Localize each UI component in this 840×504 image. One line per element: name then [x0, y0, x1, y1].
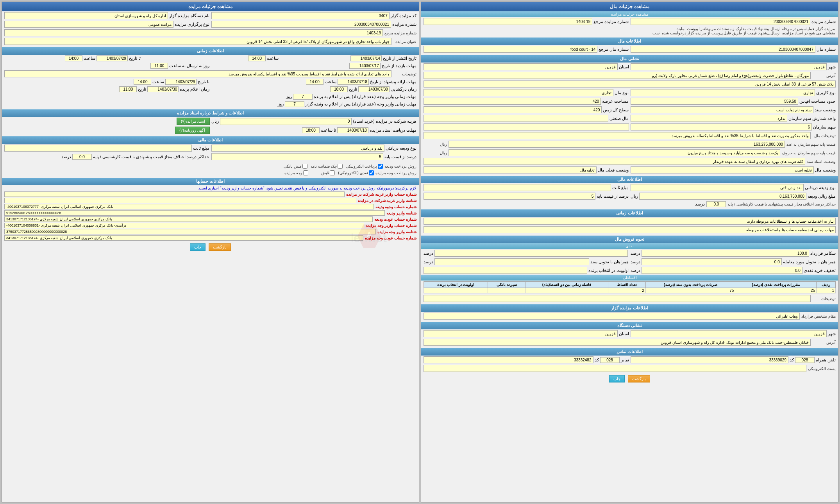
show-date-from-input[interactable]	[338, 79, 369, 85]
block-input[interactable]	[424, 80, 836, 88]
park-time-input[interactable]	[330, 86, 348, 92]
fixed-amount-input[interactable]	[424, 184, 611, 191]
send-time-input[interactable]	[150, 63, 168, 69]
account-value-5[interactable]	[4, 216, 373, 222]
area-approx-input[interactable]	[631, 98, 798, 105]
base-percent-input[interactable]	[424, 193, 595, 200]
send-date-input[interactable]	[349, 63, 381, 69]
empty-input[interactable]	[424, 123, 629, 130]
contract-days-input[interactable]	[293, 94, 313, 100]
electronic-check[interactable]	[378, 164, 383, 169]
desc-input[interactable]	[424, 295, 811, 302]
announce-time-input[interactable]	[119, 86, 137, 92]
address-input[interactable]	[424, 72, 811, 79]
email-input[interactable]	[424, 365, 806, 372]
right-discount-input[interactable]	[72, 154, 92, 160]
entity-input[interactable]	[631, 115, 787, 122]
city-input[interactable]	[631, 63, 827, 70]
time-notes-input[interactable]	[4, 70, 391, 77]
status-input[interactable]	[631, 106, 813, 113]
info-text: مزایده گزار عملیاسیس در مرحله ارسال پیشن…	[421, 26, 838, 36]
unit-type-input[interactable]	[424, 89, 613, 96]
area-approx-col: حدود مساحت اقیاس	[631, 98, 836, 105]
show-time-to-input[interactable]	[134, 79, 151, 85]
cash-percent-input[interactable]	[642, 250, 809, 257]
industry-input[interactable]	[424, 115, 608, 122]
check-check[interactable]	[338, 164, 343, 169]
left-back-button[interactable]: بازگشت	[628, 375, 650, 382]
discount2-input[interactable]	[642, 267, 802, 274]
pub-time-to-input[interactable]	[65, 55, 82, 61]
contract-days2-input[interactable]	[285, 101, 304, 107]
right-auction-num-input[interactable]	[211, 21, 391, 28]
show-date-to-input[interactable]	[165, 79, 197, 85]
org-address-input[interactable]	[424, 339, 811, 346]
province-input[interactable]	[424, 63, 618, 70]
time-note2-input[interactable]	[424, 226, 836, 233]
auction-ref-input[interactable]	[424, 18, 592, 25]
land-area-input[interactable]	[424, 106, 602, 113]
right-base-input[interactable]	[211, 153, 383, 160]
fax-input[interactable]	[424, 356, 593, 363]
org-city-input[interactable]	[631, 330, 827, 337]
auction-code-input[interactable]	[211, 12, 390, 19]
property-ref-input[interactable]	[424, 46, 597, 53]
draft-radio[interactable]	[330, 170, 335, 175]
voucher-radio[interactable]	[303, 170, 308, 175]
right-ref-input[interactable]	[4, 29, 383, 36]
left-print-button[interactable]: چاپ	[609, 375, 625, 382]
org-state-input[interactable]	[424, 330, 618, 337]
account-value-3[interactable]	[4, 204, 374, 209]
snd-input[interactable]	[424, 158, 805, 165]
auction-docs-button[interactable]: اسناد مزایده(۷)	[177, 118, 209, 125]
partner-input[interactable]	[642, 258, 782, 265]
installment-percent-input[interactable]	[434, 250, 628, 257]
deposit-amount-input[interactable]	[639, 193, 806, 200]
deposit-type-input[interactable]	[631, 184, 804, 191]
bank-slip-check[interactable]	[302, 164, 307, 169]
fin-status-input[interactable]	[631, 166, 814, 173]
doc-time-input[interactable]	[302, 127, 320, 133]
appraiser-input[interactable]	[424, 313, 800, 320]
phone-input[interactable]	[631, 356, 788, 363]
account-value-1[interactable]	[4, 191, 345, 197]
announce-date-input[interactable]	[147, 86, 179, 92]
show-time-from-input[interactable]	[306, 79, 323, 85]
pub-date-to-input[interactable]	[97, 55, 128, 61]
account-value-8[interactable]	[4, 235, 363, 241]
discount-input[interactable]	[706, 201, 726, 207]
auction-title-input[interactable]	[4, 38, 391, 45]
org-share-input[interactable]	[631, 123, 812, 130]
account-value-2[interactable]	[4, 198, 356, 203]
auction-type-input[interactable]	[4, 21, 173, 28]
account-value-4[interactable]	[4, 210, 385, 216]
right-deposit-type-input[interactable]	[211, 145, 384, 152]
property-number-input[interactable]	[631, 46, 815, 53]
org-name-input[interactable]	[4, 12, 168, 19]
partner2-input[interactable]	[434, 258, 589, 265]
floor-area-input[interactable]	[424, 98, 601, 105]
notes-input[interactable]	[424, 132, 811, 139]
share-value-input[interactable]	[449, 141, 785, 148]
phone-code-input[interactable]	[795, 357, 815, 363]
auction-number-input[interactable]	[631, 18, 810, 25]
right-print-button[interactable]: چاپ	[190, 243, 206, 251]
account-label-6: شماره حساب وازیر وجه مزایده	[366, 223, 416, 228]
priority-input[interactable]	[424, 267, 587, 274]
right-fixed-input[interactable]	[4, 145, 192, 152]
pub-date-from-input[interactable]	[350, 55, 382, 61]
cash-radio[interactable]	[369, 170, 374, 175]
account-value-7[interactable]	[4, 229, 376, 234]
time-note1-input[interactable]	[424, 218, 836, 225]
park-date-input[interactable]	[358, 86, 390, 92]
right-back-button[interactable]: بازگشت	[209, 243, 231, 251]
newspaper-button[interactable]: آگهی روزنامه(۲)	[175, 127, 209, 134]
usage-input[interactable]	[631, 89, 815, 96]
account-value-6[interactable]	[4, 223, 364, 228]
pub-time-from-input[interactable]	[248, 55, 266, 61]
participation-fee-input[interactable]	[220, 118, 352, 125]
fax-code-input[interactable]	[600, 357, 620, 363]
share-value-text-input[interactable]	[449, 149, 780, 156]
doc-deadline-input[interactable]	[337, 127, 368, 133]
fin-status2-input[interactable]	[424, 166, 597, 173]
